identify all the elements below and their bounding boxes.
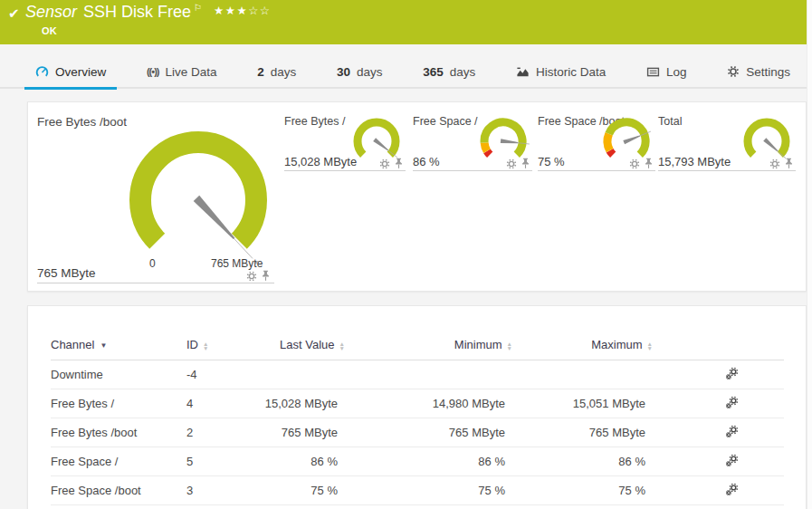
gauge-title: Free Bytes /boot <box>37 115 127 129</box>
pin-gauge-icon[interactable] <box>261 270 271 282</box>
cell-max: 75 % <box>512 476 653 505</box>
gauge-value: 75 % <box>538 155 565 168</box>
pin-gauge-icon[interactable] <box>394 158 404 169</box>
sensor-type-prefix: Sensor <box>25 3 77 21</box>
tab-label: Live Data <box>165 65 216 79</box>
tab-overview[interactable]: Overview <box>24 55 117 88</box>
tab-label: Settings <box>746 65 790 79</box>
priority-flag-icon[interactable]: ⚐ <box>194 3 202 13</box>
page-title: SensorSSH Disk Free⚐★★★☆☆ <box>25 3 272 22</box>
cell-channel[interactable]: Downtime <box>51 360 186 389</box>
cell-channel[interactable]: Free Space / <box>51 447 186 476</box>
cell-last: 75 % <box>239 476 345 505</box>
cell-channel[interactable]: Free Bytes /boot <box>51 418 186 447</box>
cell-max <box>512 360 653 389</box>
cell-id: 5 <box>186 447 239 476</box>
cell-max: 86 % <box>512 447 653 476</box>
cell-channel[interactable]: Free Space /boot <box>51 476 186 505</box>
cell-actions <box>653 447 784 476</box>
cell-last: 765 MByte <box>239 418 345 447</box>
cell-actions <box>653 505 784 509</box>
log-icon <box>646 65 660 79</box>
gauge-value: 15,793 MByte <box>658 155 731 168</box>
tab-365-days[interactable]: 365days <box>412 55 486 88</box>
channel-table-panel: Channel▼ID▲▼Last Value▲▼Minimum▲▼Maximum… <box>27 305 807 509</box>
column-header-channel[interactable]: Channel▼ <box>51 331 186 360</box>
cell-min: < 0.01 MByte <box>345 505 512 509</box>
tab-settings[interactable]: Settings <box>716 55 801 88</box>
column-header-max[interactable]: Maximum▲▼ <box>512 331 653 360</box>
gauge-title: Free Space / <box>413 115 478 128</box>
gauge-tile-actions <box>506 158 530 169</box>
channel-settings-gears-icon[interactable] <box>725 483 739 499</box>
channel-settings-gears-icon[interactable] <box>725 396 739 412</box>
tab-label: days <box>357 65 383 79</box>
primary-gauge[interactable]: x <box>115 120 282 267</box>
column-header-actions <box>653 331 784 360</box>
cell-actions <box>653 476 784 505</box>
gauge-overview-panel: Free Bytes /boot x 0 765 MByte 765 MByte… <box>27 101 807 292</box>
column-header-id[interactable]: ID▲▼ <box>186 331 239 360</box>
pin-gauge-icon[interactable] <box>644 158 654 169</box>
tab-30-days[interactable]: 30days <box>326 55 394 88</box>
channel-settings-gears-icon[interactable] <box>725 425 739 441</box>
gauge-tile-3: Free Space /86 % <box>413 115 532 171</box>
tab-log[interactable]: Log <box>635 55 698 88</box>
cell-min: 765 MByte <box>345 418 512 447</box>
gauge-title: Total <box>658 115 682 128</box>
column-label: Minimum <box>454 338 502 351</box>
tab-label: days <box>450 65 476 79</box>
status-ok-check-icon: ✔ <box>8 5 20 22</box>
gauge-tile-actions <box>769 158 794 169</box>
column-header-last[interactable]: Last Value▲▼ <box>239 331 345 360</box>
cell-channel[interactable]: Total <box>51 505 186 509</box>
scrollbar-track[interactable] <box>807 0 812 509</box>
pin-gauge-icon[interactable] <box>521 158 530 169</box>
channel-settings-gears-icon[interactable] <box>725 454 739 470</box>
cell-channel[interactable]: Free Bytes / <box>51 389 186 418</box>
gauge-scale-max: 765 MByte <box>211 257 263 270</box>
cell-id: 4 <box>186 389 239 418</box>
tab-historic-data[interactable]: Historic Data <box>505 55 616 88</box>
gauge-tile-4: Free Space /boot75 % <box>538 115 655 171</box>
tab-live-data[interactable]: ((•))Live Data <box>136 55 228 88</box>
table-row-downtime: Downtime-4 <box>51 360 784 389</box>
gauge-settings-gear-icon[interactable] <box>379 158 390 169</box>
gauge-icon <box>35 65 49 79</box>
gauge-settings-gear-icon[interactable] <box>769 158 780 169</box>
column-header-min[interactable]: Minimum▲▼ <box>345 331 512 360</box>
gauge-settings-gear-icon[interactable] <box>629 158 640 169</box>
sensor-status-badge: OK <box>42 25 57 36</box>
tab-label: Overview <box>55 65 106 79</box>
settings-icon <box>727 65 740 78</box>
cell-last: 15,793 MByte <box>239 505 345 509</box>
tab-number: 2 <box>257 65 264 79</box>
column-label: Last Value <box>280 338 334 351</box>
cell-last: 86 % <box>239 447 345 476</box>
gauge-tile-actions <box>629 158 654 169</box>
cell-id: 2 <box>186 418 239 447</box>
cell-id: 3 <box>186 476 239 505</box>
tab-label: days <box>271 65 297 79</box>
cell-id: -4 <box>186 360 239 389</box>
gauge-tile-2: Free Bytes /15,028 MByte <box>284 115 406 171</box>
gauge-title: Free Bytes / <box>284 115 345 128</box>
gauge-settings-gear-icon[interactable] <box>246 271 257 282</box>
gauge-settings-gear-icon[interactable] <box>506 158 517 169</box>
cell-max: 15,051 MByte <box>512 389 653 418</box>
sensor-header: ✔ SensorSSH Disk Free⚐★★★☆☆ OK <box>0 0 812 44</box>
channel-settings-gears-icon[interactable] <box>725 367 739 383</box>
column-label: ID <box>186 338 198 351</box>
tab-number: 365 <box>423 65 444 79</box>
cell-max: 15,816 MByte <box>512 505 653 509</box>
cell-min: 86 % <box>345 447 512 476</box>
priority-stars[interactable]: ★★★☆☆ <box>214 5 272 17</box>
tab-2-days[interactable]: 2days <box>246 55 307 88</box>
cell-actions <box>653 389 784 418</box>
broadcast-icon: ((•)) <box>147 66 159 77</box>
channel-table: Channel▼ID▲▼Last Value▲▼Minimum▲▼Maximum… <box>51 331 784 509</box>
gauge-scale-min: 0 <box>149 257 156 270</box>
pin-gauge-icon[interactable] <box>784 158 794 169</box>
table-row-free-bytes: Free Bytes /415,028 MByte14,980 MByte15,… <box>51 389 784 418</box>
gauge-value: 765 MByte <box>37 266 96 280</box>
